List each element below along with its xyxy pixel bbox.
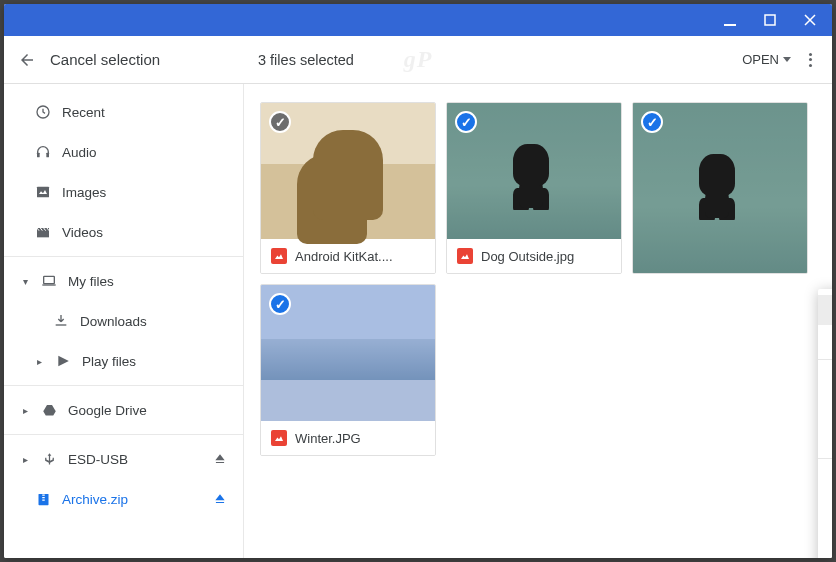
sidebar-separator	[4, 256, 243, 257]
file-name: Android KitKat....	[295, 249, 393, 264]
ctx-open-gallery[interactable]: Open with Gallery	[818, 295, 832, 325]
sidebar-item-play-files[interactable]: ▸ Play files	[4, 341, 243, 381]
svg-rect-4	[46, 153, 49, 158]
svg-rect-13	[42, 499, 45, 500]
usb-icon	[40, 452, 58, 467]
eject-icon[interactable]	[213, 492, 227, 506]
sidebar-label: Downloads	[80, 314, 147, 329]
back-arrow-icon	[18, 51, 36, 69]
svg-rect-7	[44, 276, 55, 283]
sidebar-item-images[interactable]: Images	[4, 172, 243, 212]
window-minimize-button[interactable]	[712, 6, 748, 34]
svg-rect-12	[42, 497, 45, 498]
chevron-right-icon: ▸	[20, 454, 30, 465]
drive-icon	[40, 403, 58, 418]
sidebar-separator	[4, 434, 243, 435]
cancel-selection-label: Cancel selection	[50, 51, 160, 68]
svg-rect-5	[37, 187, 49, 198]
svg-rect-11	[42, 494, 45, 495]
sidebar-item-archive[interactable]: Archive.zip	[4, 479, 243, 519]
open-button[interactable]: OPEN	[742, 52, 791, 67]
sidebar-item-recent[interactable]: Recent	[4, 92, 243, 132]
image-file-icon	[271, 430, 287, 446]
chevron-right-icon: ▸	[20, 405, 30, 416]
ctx-get-info: Get info Space	[818, 463, 832, 493]
clapper-icon	[34, 224, 52, 240]
file-caption: Android KitKat....	[261, 239, 435, 273]
file-tile[interactable]: ✓ Winter.JPG	[260, 284, 436, 456]
selection-badge[interactable]: ✓	[641, 111, 663, 133]
open-button-label: OPEN	[742, 52, 779, 67]
play-icon	[54, 354, 72, 368]
file-thumbnail: ✓	[261, 103, 435, 239]
sidebar-label: Videos	[62, 225, 103, 240]
svg-rect-8	[42, 284, 55, 285]
sidebar: Recent Audio Images Videos ▾ My files	[4, 84, 244, 558]
sidebar-separator	[4, 385, 243, 386]
ctx-cut: Cut Ctrl+X	[818, 364, 832, 394]
archive-icon	[34, 492, 52, 507]
toolbar: Cancel selection gP 3 files selected OPE…	[4, 36, 832, 84]
ctx-rename: Rename Ctrl+Enter	[818, 493, 832, 523]
image-icon	[34, 184, 52, 200]
more-options-button[interactable]	[803, 47, 818, 73]
selection-badge[interactable]: ✓	[455, 111, 477, 133]
image-file-icon	[271, 248, 287, 264]
sidebar-label: Archive.zip	[62, 492, 128, 507]
file-name: Dog Outside.jpg	[481, 249, 574, 264]
sidebar-label: Audio	[62, 145, 97, 160]
sidebar-item-google-drive[interactable]: ▸ Google Drive	[4, 390, 243, 430]
dropdown-caret-icon	[783, 57, 791, 62]
svg-rect-1	[765, 15, 775, 25]
chevron-right-icon: ▸	[34, 356, 44, 367]
content-area: Recent Audio Images Videos ▾ My files	[4, 84, 832, 558]
files-app-window: Cancel selection gP 3 files selected OPE…	[4, 4, 832, 558]
file-thumbnail: ✓	[447, 103, 621, 239]
download-icon	[52, 313, 70, 329]
window-titlebar	[4, 4, 832, 36]
sidebar-label: Recent	[62, 105, 105, 120]
image-file-icon	[457, 248, 473, 264]
chevron-down-icon: ▾	[20, 276, 30, 287]
ctx-separator	[818, 458, 832, 459]
laptop-icon	[40, 273, 58, 289]
file-thumbnail: ✓	[261, 285, 435, 421]
sidebar-item-downloads[interactable]: Downloads	[4, 301, 243, 341]
context-menu: Open with Gallery Open with… Cut Ctrl+X …	[818, 289, 832, 558]
ctx-copy[interactable]: Copy Ctrl+C	[818, 394, 832, 424]
ctx-open-with[interactable]: Open with…	[818, 325, 832, 355]
ctx-separator	[818, 359, 832, 360]
file-tile[interactable]: ✓ Android KitKat....	[260, 102, 436, 274]
sidebar-label: Play files	[82, 354, 136, 369]
file-caption: Dog Outside.jpg	[447, 239, 621, 273]
headphones-icon	[34, 144, 52, 160]
selection-badge[interactable]: ✓	[269, 293, 291, 315]
watermark: gP	[404, 46, 433, 73]
sidebar-item-esd-usb[interactable]: ▸ ESD-USB	[4, 439, 243, 479]
ctx-zip: Zip selection	[818, 553, 832, 558]
window-maximize-button[interactable]	[752, 6, 788, 34]
file-name: Winter.JPG	[295, 431, 361, 446]
ctx-delete: Delete Alt+Backspace	[818, 523, 832, 553]
window-close-button[interactable]	[792, 6, 828, 34]
ctx-paste: Paste Ctrl+V	[818, 424, 832, 454]
file-tile[interactable]: ✓ Dog Outside.jpg	[446, 102, 622, 274]
svg-rect-0	[724, 24, 736, 26]
selection-badge[interactable]: ✓	[269, 111, 291, 133]
sidebar-label: ESD-USB	[68, 452, 128, 467]
sidebar-label: Images	[62, 185, 106, 200]
file-grid: ✓ Android KitKat.... ✓ Dog Outside.jpg	[244, 84, 832, 558]
file-thumbnail: ✓	[633, 103, 807, 273]
sidebar-item-videos[interactable]: Videos	[4, 212, 243, 252]
eject-icon[interactable]	[213, 452, 227, 466]
svg-rect-3	[37, 153, 40, 158]
selection-status: 3 files selected	[258, 52, 354, 68]
sidebar-item-my-files[interactable]: ▾ My files	[4, 261, 243, 301]
svg-rect-9	[56, 324, 67, 325]
sidebar-item-audio[interactable]: Audio	[4, 132, 243, 172]
svg-rect-6	[37, 228, 49, 237]
clock-icon	[34, 104, 52, 120]
cancel-selection-button[interactable]: Cancel selection	[18, 51, 160, 69]
sidebar-label: Google Drive	[68, 403, 147, 418]
file-tile[interactable]: ✓	[632, 102, 808, 274]
